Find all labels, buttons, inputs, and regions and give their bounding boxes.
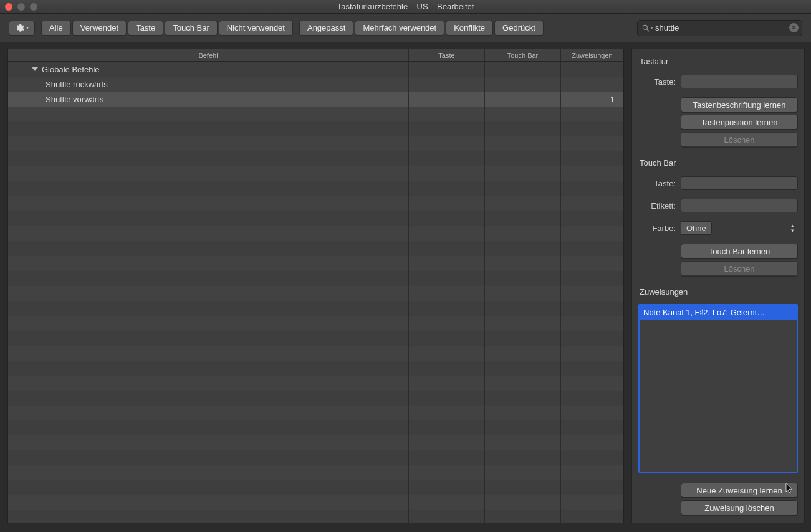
- empty-row: [8, 241, 623, 256]
- minimize-window-button[interactable]: [17, 3, 25, 11]
- filter-mehrfach[interactable]: Mehrfach verwendet: [355, 21, 444, 36]
- filter-touchbar[interactable]: Touch Bar: [165, 21, 218, 36]
- empty-row: [8, 391, 623, 406]
- empty-row: [8, 346, 623, 361]
- empty-row: [8, 121, 623, 136]
- column-header-assignments[interactable]: Zuweisungen: [561, 49, 623, 61]
- empty-row: [8, 510, 623, 523]
- empty-row: [8, 480, 623, 495]
- zoom-window-button[interactable]: [30, 3, 37, 11]
- titlebar: Tastaturkurzbefehle – US – Bearbeitet: [0, 0, 811, 14]
- empty-row: [8, 301, 623, 316]
- learn-new-assignment-button[interactable]: Neue Zuweisung lernen: [681, 483, 798, 498]
- filter-gedrueckt[interactable]: Gedrückt: [494, 21, 544, 36]
- window-controls: [5, 3, 37, 11]
- empty-row: [8, 181, 623, 196]
- clear-search-button[interactable]: ✕: [789, 23, 799, 32]
- assignments-list[interactable]: Note Kanal 1, F♯2, Lo7: Gelernt…: [638, 304, 798, 473]
- filter-angepasst[interactable]: Angepasst: [299, 21, 353, 36]
- touchbar-color-label: Farbe:: [638, 224, 676, 233]
- empty-row: [8, 256, 623, 271]
- keyboard-key-input[interactable]: [681, 75, 798, 88]
- command-label: Shuttle vorwärts: [46, 95, 103, 104]
- learn-key-label-button[interactable]: Tastenbeschriftung lernen: [681, 97, 798, 112]
- empty-row: [8, 450, 623, 465]
- touchbar-key-input[interactable]: [681, 176, 798, 190]
- empty-row: [8, 286, 623, 301]
- touchbar-color-select[interactable]: Ohne: [681, 221, 712, 235]
- settings-menu-button[interactable]: ▾: [9, 21, 35, 36]
- filter-group-2: Angepasst Mehrfach verwendet Konflikte G…: [299, 21, 544, 36]
- empty-row: [8, 465, 623, 480]
- empty-row: [8, 107, 623, 121]
- command-label: Shuttle rückwärts: [46, 80, 108, 89]
- column-header-touchbar[interactable]: Touch Bar: [485, 49, 561, 61]
- learn-key-position-button[interactable]: Tastenposition lernen: [681, 115, 798, 130]
- empty-row: [8, 226, 623, 241]
- filter-group-1: Alle Verwendet Taste Touch Bar Nicht ver…: [41, 21, 293, 36]
- command-row-selected[interactable]: Shuttle vorwärts 1: [8, 92, 623, 107]
- toolbar: ▾ Alle Verwendet Taste Touch Bar Nicht v…: [0, 14, 811, 42]
- assignment-count: 1: [561, 92, 623, 107]
- command-table: Befehl Taste Touch Bar Zuweisungen Globa…: [7, 49, 624, 523]
- command-rows: Globale Befehle Shuttle rückwärts Shuttl…: [8, 62, 623, 523]
- svg-point-0: [643, 25, 647, 29]
- learn-touchbar-button[interactable]: Touch Bar lernen: [681, 244, 798, 259]
- close-window-button[interactable]: [5, 3, 12, 11]
- filter-nicht-verwendet[interactable]: Nicht verwendet: [219, 21, 293, 36]
- window-title: Tastaturkurzbefehle – US – Bearbeitet: [5, 2, 806, 11]
- column-header-key[interactable]: Taste: [409, 49, 485, 61]
- search-input[interactable]: [637, 20, 802, 36]
- section-assignments-title: Zuweisungen: [638, 286, 798, 297]
- empty-row: [8, 376, 623, 391]
- empty-row: [8, 211, 623, 226]
- section-keyboard-title: Tastatur: [638, 55, 798, 66]
- filter-taste[interactable]: Taste: [128, 21, 163, 36]
- touchbar-etikett-label: Etikett:: [638, 201, 676, 211]
- delete-key-button: Löschen: [681, 132, 798, 147]
- chevron-down-icon: ▾: [26, 25, 29, 31]
- empty-row: [8, 420, 623, 435]
- assignment-item-selected[interactable]: Note Kanal 1, F♯2, Lo7: Gelernt…: [640, 305, 797, 320]
- search-menu-chevron-icon[interactable]: ▾: [651, 26, 653, 31]
- column-header-command[interactable]: Befehl: [8, 49, 409, 61]
- filter-konflikte[interactable]: Konflikte: [446, 21, 493, 36]
- empty-row: [8, 361, 623, 376]
- touchbar-key-label: Taste:: [638, 179, 676, 188]
- empty-row: [8, 495, 623, 510]
- gear-icon: [15, 23, 24, 32]
- empty-row: [8, 196, 623, 211]
- group-label: Globale Befehle: [42, 65, 100, 74]
- section-touchbar-title: Touch Bar: [638, 157, 798, 168]
- delete-assignment-button[interactable]: Zuweisung löschen: [681, 500, 798, 515]
- empty-row: [8, 136, 623, 151]
- search-field: ▾ ✕: [637, 20, 802, 36]
- filter-alle[interactable]: Alle: [41, 21, 71, 36]
- assignment-count: [561, 77, 623, 92]
- search-icon: [641, 24, 650, 32]
- empty-row: [8, 406, 623, 420]
- empty-row: [8, 166, 623, 181]
- keyboard-key-label: Taste:: [638, 77, 676, 87]
- svg-line-1: [647, 29, 650, 31]
- group-row[interactable]: Globale Befehle: [8, 62, 623, 77]
- empty-row: [8, 435, 623, 450]
- empty-row: [8, 316, 623, 331]
- column-headers: Befehl Taste Touch Bar Zuweisungen: [8, 49, 623, 62]
- inspector-sidebar: Tastatur Taste: Tastenbeschriftung lerne…: [631, 49, 805, 523]
- delete-touchbar-button: Löschen: [681, 261, 798, 276]
- chevron-updown-icon: ▴▾: [791, 223, 794, 233]
- filter-verwendet[interactable]: Verwendet: [72, 21, 127, 36]
- touchbar-etikett-input[interactable]: [681, 199, 798, 212]
- command-row[interactable]: Shuttle rückwärts: [8, 77, 623, 92]
- empty-row: [8, 151, 623, 166]
- disclosure-triangle-icon[interactable]: [32, 67, 38, 71]
- empty-row: [8, 271, 623, 286]
- empty-row: [8, 331, 623, 346]
